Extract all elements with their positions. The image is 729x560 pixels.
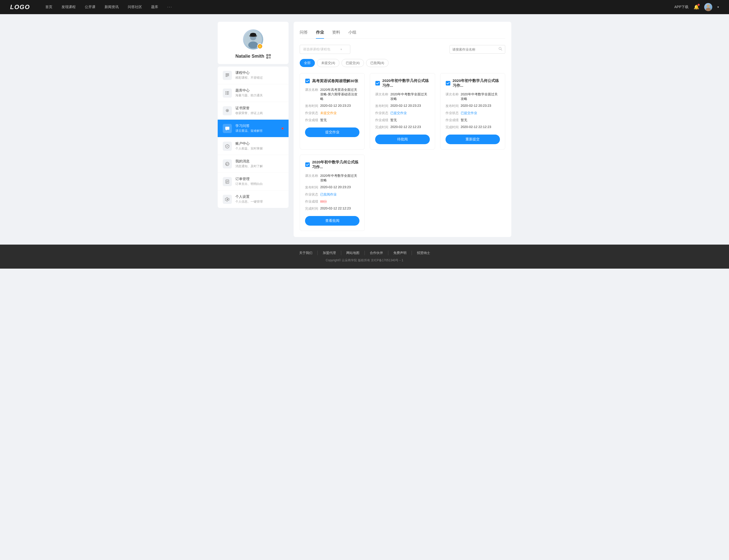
messages-title: 我的消息	[235, 159, 283, 164]
card1-course-row: 课次名称 2020年高考英语全面过关攻略-第六期零基础语法攻略	[305, 88, 359, 101]
sidebar-item-learning-qa[interactable]: 学习问答 课后重温、疑难解答	[218, 120, 288, 137]
svg-rect-33	[225, 127, 229, 130]
learning-qa-sub: 课后重温、疑难解答	[235, 129, 281, 133]
course-center-icon	[223, 71, 232, 80]
card4-time-value: 2020-02-12 20:23:23	[320, 185, 351, 190]
svg-rect-21	[225, 76, 227, 77]
sidebar-item-settings[interactable]: 个人设置 个人信息、一键管理	[218, 190, 288, 208]
status-btn-submitted[interactable]: 已提交(4)	[341, 59, 364, 67]
footer-disclaimer[interactable]: 免费声明	[388, 251, 412, 255]
nav-news[interactable]: 新闻资讯	[104, 5, 119, 9]
card2-course-label: 课次名称	[375, 92, 390, 101]
card3-course-value: 2020年中考数学全面过关攻略	[461, 92, 500, 101]
svg-rect-25	[225, 93, 226, 93]
main-container: ⭐ Natalie Smith	[213, 14, 516, 245]
card4-score-label: 作业成绩	[305, 199, 320, 204]
status-btn-reviewed[interactable]: 已批阅(4)	[366, 59, 389, 67]
card1-score-label: 作业成绩	[305, 118, 320, 122]
qr-code-icon[interactable]	[266, 54, 271, 59]
select-chevron-icon: ▾	[340, 48, 342, 51]
sidebar-menu: 课程中心 精彩课程、不容错过	[218, 67, 288, 208]
card2-time-row: 发布时间 2020-02-12 20:23:23	[375, 104, 430, 108]
card4-title: 2020年初中数学几何公式练习作...	[305, 160, 359, 169]
card3-status-row: 作业状态 已提交作业	[446, 111, 500, 115]
card1-course-value: 2020年高考英语全面过关攻略-第六期零基础语法攻略	[320, 88, 359, 101]
svg-rect-8	[267, 55, 267, 55]
nav-open[interactable]: 公开课	[85, 5, 95, 9]
sidebar-item-certificate[interactable]: 证书荣誉 收获荣誉、持证上岗	[218, 102, 288, 120]
nav-question-bank[interactable]: 题库	[151, 5, 158, 9]
card3-time-row: 发布时间 2020-02-12 20:23:23	[446, 104, 500, 108]
svg-rect-14	[270, 57, 270, 57]
tab-group[interactable]: 小组	[348, 28, 356, 39]
messages-text: 我的消息 消息通知、及时了解	[235, 159, 283, 168]
card1-action-button[interactable]: 提交作业	[305, 127, 359, 137]
card4-action-button[interactable]: 查看批阅	[305, 216, 359, 226]
notification-bell[interactable]: 🔔	[694, 4, 699, 10]
status-btn-all[interactable]: 全部	[300, 59, 315, 67]
card2-status-row: 作业状态 已提交作业	[375, 111, 430, 115]
course-select[interactable]: 请选择课程/课程包 ▾	[300, 45, 350, 54]
svg-point-1	[706, 8, 711, 11]
card2-course-row: 课次名称 2020年中考数学全面过关攻略	[375, 92, 430, 101]
footer-franchise[interactable]: 加盟代理	[318, 251, 341, 255]
learning-qa-dot	[281, 127, 283, 130]
sidebar-item-question-bank[interactable]: 题库中心 海量习题、助力通关	[218, 84, 288, 102]
tab-homework[interactable]: 作业	[316, 28, 324, 39]
settings-text: 个人设置 个人信息、一键管理	[235, 195, 283, 204]
card4-status-value: 已批阅作业	[320, 192, 337, 197]
footer-recruit[interactable]: 招贤纳士	[412, 251, 435, 255]
sidebar-item-account[interactable]: 账户中心 个人权益、实时掌握	[218, 137, 288, 155]
sidebar: ⭐ Natalie Smith	[218, 22, 288, 237]
svg-rect-36	[226, 128, 228, 129]
card3-complete-value: 2020-02-12 22:12:23	[461, 125, 491, 130]
messages-sub: 消息通知、及时了解	[235, 164, 283, 168]
nav-more[interactable]: ···	[167, 5, 173, 9]
svg-rect-19	[225, 75, 229, 75]
card4-time-label: 发布时间	[305, 185, 320, 190]
card3-title: 2020年初中数学几何公式练习作...	[446, 78, 500, 88]
sidebar-item-orders[interactable]: 订单管理 订单支出、明明白白	[218, 173, 288, 190]
search-input[interactable]	[452, 48, 499, 51]
status-btn-not-submitted[interactable]: 未提交(4)	[317, 59, 339, 67]
card2-complete-row: 完成时间 2020-02-12 22:12:23	[375, 125, 430, 130]
user-menu-chevron[interactable]: ▾	[717, 5, 719, 9]
card3-action-button[interactable]: 重新提交	[446, 135, 500, 144]
app-download-link[interactable]: APP下载	[674, 5, 689, 9]
footer: 关于我们 加盟代理 网站地图 合作伙伴 免费声明 招贤纳士 Copyright©…	[0, 245, 729, 269]
card1-title: 高考英语试卷阅读理解30张	[305, 78, 359, 83]
svg-rect-12	[267, 57, 267, 58]
course-select-placeholder: 请选择课程/课程包	[303, 47, 338, 52]
sidebar-item-messages[interactable]: 我的消息 消息通知、及时了解	[218, 155, 288, 173]
footer-about[interactable]: 关于我们	[294, 251, 318, 255]
footer-partner[interactable]: 合作伙伴	[365, 251, 388, 255]
learning-qa-title: 学习问答	[235, 124, 281, 128]
card3-title-text: 2020年初中数学几何公式练习作...	[453, 78, 500, 88]
user-avatar[interactable]	[704, 3, 712, 11]
tab-qa[interactable]: 问答	[300, 28, 308, 39]
sidebar-profile: ⭐ Natalie Smith	[218, 22, 288, 64]
logo: LOGO	[10, 4, 30, 11]
account-text: 账户中心 个人权益、实时掌握	[235, 141, 283, 151]
orders-text: 订单管理 订单支出、明明白白	[235, 177, 283, 186]
card4-course-label: 课次名称	[305, 174, 320, 183]
card2-status-value: 已提交作业	[390, 111, 407, 115]
card2-title-icon	[375, 81, 380, 86]
card3-course-label: 课次名称	[446, 92, 461, 101]
footer-sitemap[interactable]: 网站地图	[341, 251, 365, 255]
svg-rect-26	[227, 93, 229, 93]
nav-discover[interactable]: 发现课程	[61, 5, 76, 9]
svg-rect-16	[270, 58, 270, 58]
svg-line-44	[501, 49, 502, 50]
content-tabs: 问答 作业 资料 小组	[300, 28, 505, 39]
content-area: 问答 作业 资料 小组 请选择课程/课程包 ▾	[293, 22, 511, 237]
card1-status-row: 作业状态 未提交作业	[305, 111, 359, 115]
sidebar-item-course-center[interactable]: 课程中心 精彩课程、不容错过	[218, 67, 288, 84]
card4-score-value: 88分	[320, 199, 327, 204]
nav-home[interactable]: 首页	[45, 5, 52, 9]
card1-title-text: 高考英语试卷阅读理解30张	[312, 79, 358, 83]
nav-qa[interactable]: 问答社区	[128, 5, 142, 9]
svg-rect-35	[226, 128, 228, 128]
card2-action-button[interactable]: 待批阅	[375, 135, 430, 144]
tab-material[interactable]: 资料	[332, 28, 340, 39]
